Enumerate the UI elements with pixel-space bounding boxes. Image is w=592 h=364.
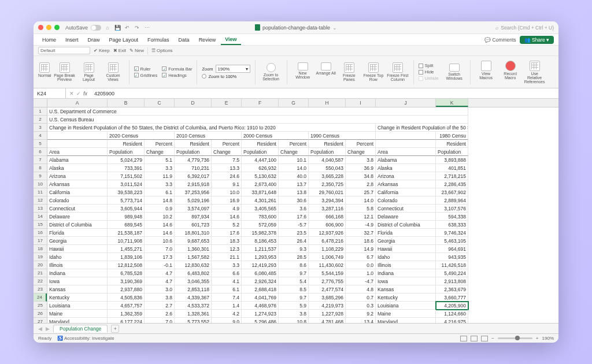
- accessibility-status[interactable]: ♿ Accessibility: Investigate: [57, 336, 114, 341]
- cell[interactable]: Florida: [47, 229, 108, 237]
- cell[interactable]: Maine: [376, 310, 436, 318]
- cell[interactable]: 6.1: [145, 188, 175, 196]
- cell[interactable]: -4.9: [346, 221, 376, 229]
- cell[interactable]: 6.6: [212, 269, 242, 277]
- view-pagelayout-icon[interactable]: [471, 336, 478, 341]
- cell[interactable]: 21.1: [212, 253, 242, 261]
- cell[interactable]: 10.2: [145, 213, 175, 221]
- cell[interactable]: 964,691: [436, 245, 468, 253]
- cell[interactable]: 626,932: [242, 164, 279, 172]
- view-pagelayout-button[interactable]: Page Layout: [78, 62, 100, 81]
- cell[interactable]: 710,231: [175, 164, 212, 172]
- cell[interactable]: 6.7: [346, 253, 376, 261]
- cell[interactable]: 33,871,648: [242, 188, 279, 196]
- cell[interactable]: California: [376, 188, 436, 196]
- hide-button[interactable]: Hide: [419, 69, 439, 75]
- cell[interactable]: 18.3: [212, 237, 242, 245]
- column-header-I[interactable]: I: [346, 99, 376, 107]
- row-header-9[interactable]: 9: [34, 172, 47, 180]
- cell[interactable]: 1,328,361: [175, 310, 212, 318]
- cell[interactable]: Change in Resident Population of the 50 …: [47, 124, 376, 132]
- cell[interactable]: 3,660,777: [436, 294, 468, 302]
- cell[interactable]: 1990 Census: [309, 132, 376, 140]
- cell[interactable]: 6,478,216: [309, 237, 346, 245]
- tab-view[interactable]: View: [221, 35, 240, 45]
- cell[interactable]: 3,574,097: [175, 205, 212, 213]
- freeze-top-button[interactable]: Freeze Top Row: [362, 62, 384, 81]
- cell[interactable]: 1,567,582: [175, 253, 212, 261]
- view-pagebreak-button[interactable]: Page Break Preview: [54, 62, 76, 81]
- gridlines-checkbox[interactable]: ✓Gridlines: [134, 73, 158, 78]
- row-header-4[interactable]: 4: [34, 132, 47, 140]
- cell[interactable]: 0.7: [346, 294, 376, 302]
- view-normal-button[interactable]: Normal: [38, 62, 51, 81]
- row-header-7[interactable]: 7: [34, 156, 47, 164]
- cell[interactable]: 6,392,017: [175, 172, 212, 180]
- view-pagebreak-icon[interactable]: [481, 336, 488, 341]
- switch-windows-button[interactable]: Switch Windows: [443, 64, 465, 80]
- maximize-icon[interactable]: [54, 25, 60, 30]
- row-header-16[interactable]: 16: [34, 229, 47, 237]
- cell[interactable]: Kentucky: [47, 294, 108, 302]
- cell[interactable]: 6,177,224: [108, 318, 145, 323]
- column-header-H[interactable]: H: [309, 99, 346, 107]
- cell[interactable]: 4,447,100: [242, 156, 279, 164]
- cell[interactable]: 606,900: [309, 221, 346, 229]
- name-box[interactable]: K24: [34, 88, 66, 98]
- cell[interactable]: 3,294,394: [309, 196, 346, 205]
- cell[interactable]: 4,041,769: [242, 294, 279, 302]
- cell[interactable]: Resident: [309, 140, 346, 148]
- cell[interactable]: 5,024,279: [108, 156, 145, 164]
- cell[interactable]: California: [47, 188, 108, 196]
- cell[interactable]: 16.9: [212, 196, 242, 205]
- chevron-down-icon[interactable]: ⌄: [332, 25, 337, 31]
- cell[interactable]: 39,538,223: [108, 188, 145, 196]
- fx-icon[interactable]: fx: [83, 91, 87, 96]
- font-select[interactable]: Default: [38, 47, 90, 54]
- cell[interactable]: 36.9: [346, 164, 376, 172]
- split-button[interactable]: Split: [419, 63, 439, 68]
- row-header-22[interactable]: 22: [34, 277, 47, 285]
- formulabar-checkbox[interactable]: ✓Formula Bar: [162, 66, 192, 72]
- zoom-selection-button[interactable]: Zoom to Selection: [260, 63, 282, 81]
- cell[interactable]: 0.0: [346, 261, 376, 269]
- view-custom-button[interactable]: Custom Views: [102, 62, 124, 81]
- cell[interactable]: 18,801,310: [175, 229, 212, 237]
- cell[interactable]: Arizona: [376, 172, 436, 180]
- cell[interactable]: 17.6: [279, 213, 309, 221]
- share-button[interactable]: 👥 Share ▾: [520, 36, 554, 44]
- cell[interactable]: 638,333: [436, 221, 468, 229]
- cell[interactable]: 17.3: [145, 253, 175, 261]
- cell[interactable]: 1,274,923: [242, 310, 279, 318]
- cell[interactable]: 3,287,116: [309, 205, 346, 213]
- cell[interactable]: 15,982,378: [242, 229, 279, 237]
- cell[interactable]: 11,430,602: [309, 261, 346, 269]
- cell[interactable]: Area: [376, 148, 436, 156]
- cell[interactable]: 5.9: [279, 302, 309, 310]
- sheet-nav-next-icon[interactable]: ▶: [46, 326, 50, 332]
- cell[interactable]: 7,151,502: [108, 172, 145, 180]
- cell[interactable]: 6,080,485: [242, 269, 279, 277]
- cell[interactable]: Connecticut: [376, 205, 436, 213]
- cell[interactable]: 666,168: [309, 213, 346, 221]
- cell[interactable]: 23.5: [279, 229, 309, 237]
- cell[interactable]: 4,040,587: [309, 156, 346, 164]
- cell[interactable]: -4.7: [346, 277, 376, 285]
- cell[interactable]: 5,544,159: [309, 269, 346, 277]
- row-header-15[interactable]: 15: [34, 221, 47, 229]
- row-header-8[interactable]: 8: [34, 164, 47, 172]
- row-header-11[interactable]: 11: [34, 188, 47, 196]
- cell[interactable]: -0.1: [145, 261, 175, 269]
- tab-review[interactable]: Review: [195, 35, 220, 44]
- column-header-E[interactable]: E: [212, 99, 242, 107]
- cell[interactable]: 25.7: [346, 188, 376, 196]
- cell[interactable]: 8,186,453: [242, 237, 279, 245]
- tab-formulas[interactable]: Formulas: [143, 35, 173, 44]
- cell[interactable]: Percent: [279, 140, 309, 148]
- cell[interactable]: Colorado: [47, 196, 108, 205]
- cell[interactable]: 1,362,359: [108, 310, 145, 318]
- minimize-icon[interactable]: [46, 25, 51, 30]
- cell[interactable]: 3,011,524: [108, 180, 145, 188]
- cell[interactable]: 9.7: [279, 294, 309, 302]
- zoom-in-button[interactable]: +: [536, 336, 539, 341]
